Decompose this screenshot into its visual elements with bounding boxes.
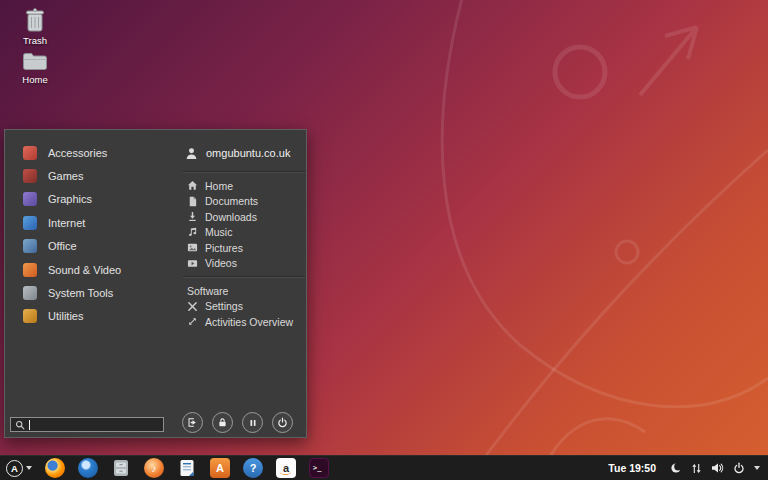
category-column: Accessories Games Graphics Internet Offi…	[5, 141, 173, 328]
download-icon	[187, 211, 198, 222]
menu-category-games[interactable]: Games	[5, 164, 173, 187]
network-icon[interactable]	[691, 463, 702, 474]
place-videos[interactable]: Videos	[181, 256, 307, 272]
files-icon[interactable]	[111, 458, 131, 478]
menu-category-internet[interactable]: Internet	[5, 211, 173, 234]
lock-icon	[217, 417, 228, 428]
thunderbird-icon[interactable]	[78, 458, 98, 478]
shortcut-software[interactable]: Software	[181, 283, 307, 299]
desktop-icon-label: Home	[22, 74, 47, 85]
trash-icon	[23, 7, 47, 33]
home-icon	[187, 180, 198, 191]
separator	[183, 276, 305, 278]
shortcut-settings[interactable]: Settings	[181, 299, 307, 315]
menu-category-graphics[interactable]: Graphics	[5, 188, 173, 211]
menu-category-office[interactable]: Office	[5, 235, 173, 258]
graphics-icon	[23, 192, 37, 206]
document-icon	[187, 196, 198, 207]
places-column: omgubuntu.co.uk Home Documents Download	[181, 140, 307, 330]
app-glyph: A	[216, 462, 224, 474]
place-label: Videos	[205, 257, 237, 269]
writer-document-icon	[177, 458, 197, 478]
place-label: Music	[205, 226, 232, 238]
app-glyph: ♪	[152, 463, 157, 474]
amazon-icon[interactable]: a	[276, 458, 296, 478]
accessories-icon	[23, 146, 37, 160]
shortcut-activities-overview[interactable]: Activities Overview	[181, 314, 307, 330]
picture-icon	[187, 242, 198, 253]
place-label: Pictures	[205, 242, 243, 254]
place-label: Documents	[205, 195, 258, 207]
desktop-icon-home[interactable]: Home	[3, 51, 67, 85]
volume-icon[interactable]	[711, 462, 724, 474]
rhythmbox-icon[interactable]: ♪	[144, 458, 164, 478]
shortcut-label: Software	[187, 285, 228, 297]
applications-menu: Accessories Games Graphics Internet Offi…	[4, 129, 307, 438]
separator	[183, 171, 305, 173]
user-name: omgubuntu.co.uk	[206, 147, 290, 159]
text-cursor	[29, 420, 30, 430]
place-music[interactable]: Music	[181, 225, 307, 241]
category-label: Games	[48, 170, 83, 182]
ubuntu-software-icon[interactable]: A	[210, 458, 230, 478]
app-glyph: >_	[313, 464, 321, 472]
activities-icon	[187, 316, 198, 327]
user-icon	[185, 147, 198, 160]
place-label: Downloads	[205, 211, 257, 223]
desktop-icon-trash[interactable]: Trash	[3, 7, 67, 46]
amazon-smile	[280, 469, 291, 475]
taskbar: A ♪ A ? a >_ Tue 19:50	[0, 455, 768, 480]
menu-category-sound-video[interactable]: Sound & Video	[5, 258, 173, 281]
menu-category-utilities[interactable]: Utilities	[5, 305, 173, 328]
applications-menu-button[interactable]: A	[6, 460, 32, 477]
home-folder-icon	[22, 51, 48, 72]
category-label: Graphics	[48, 193, 92, 205]
search-input[interactable]	[34, 419, 159, 430]
place-pictures[interactable]: Pictures	[181, 240, 307, 256]
category-label: Internet	[48, 217, 85, 229]
games-icon	[23, 169, 37, 183]
power-button[interactable]	[272, 412, 293, 433]
logout-button[interactable]	[182, 412, 203, 433]
settings-icon	[187, 301, 198, 312]
place-downloads[interactable]: Downloads	[181, 209, 307, 225]
menu-category-accessories[interactable]: Accessories	[5, 141, 173, 164]
terminal-icon[interactable]: >_	[309, 458, 329, 478]
night-light-icon[interactable]	[670, 462, 682, 474]
lock-button[interactable]	[212, 412, 233, 433]
clock[interactable]: Tue 19:50	[608, 462, 656, 474]
place-label: Home	[205, 180, 233, 192]
suspend-button[interactable]	[242, 412, 263, 433]
suspend-icon	[248, 418, 258, 428]
menu-category-system-tools[interactable]: System Tools	[5, 281, 173, 304]
category-label: Sound & Video	[48, 264, 121, 276]
place-documents[interactable]: Documents	[181, 194, 307, 210]
libreoffice-writer-icon[interactable]	[177, 458, 197, 478]
taskbar-right: Tue 19:50	[608, 462, 768, 474]
firefox-icon[interactable]	[45, 458, 65, 478]
taskbar-apps: ♪ A ? a >_	[45, 458, 329, 478]
power-icon	[277, 417, 288, 428]
music-icon	[187, 227, 198, 238]
desktop-icon-label: Trash	[23, 35, 47, 46]
category-label: Utilities	[48, 310, 83, 322]
help-icon[interactable]: ?	[243, 458, 263, 478]
file-cabinet-icon	[111, 458, 131, 478]
category-label: System Tools	[48, 287, 113, 299]
office-icon	[23, 239, 37, 253]
system-menu-chevron-icon[interactable]	[754, 466, 760, 470]
video-icon	[187, 258, 198, 269]
desktop: Trash Home Accessories Games Graphics	[0, 0, 768, 480]
search-icon	[15, 420, 25, 430]
power-indicator-icon[interactable]	[733, 462, 745, 474]
category-label: Accessories	[48, 147, 107, 159]
shortcut-label: Activities Overview	[205, 316, 293, 328]
utilities-icon	[23, 309, 37, 323]
menu-search-box[interactable]	[10, 417, 164, 432]
user-account-item[interactable]: omgubuntu.co.uk	[181, 140, 307, 166]
place-home[interactable]: Home	[181, 178, 307, 194]
sound-video-icon	[23, 263, 37, 277]
internet-icon	[23, 216, 37, 230]
category-label: Office	[48, 240, 77, 252]
session-buttons	[182, 412, 293, 433]
